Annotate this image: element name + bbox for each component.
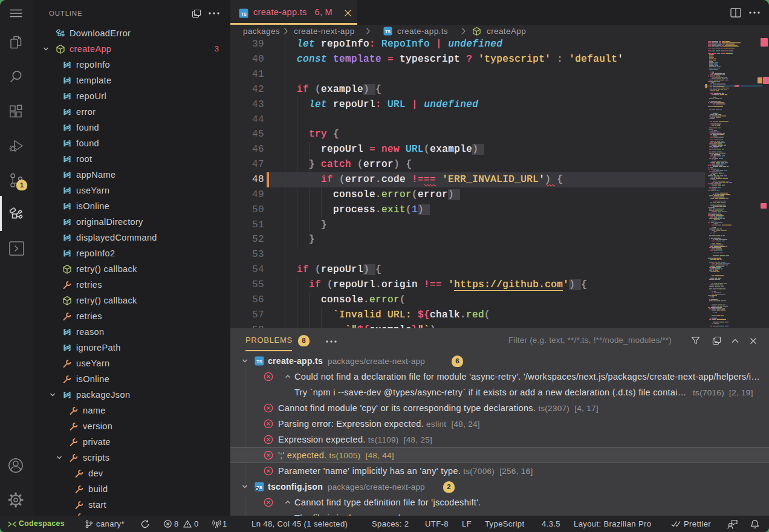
svg-text:TS: TS [241,11,247,17]
svg-text:TS: TS [256,359,262,365]
svg-text:TS: TS [385,30,391,34]
